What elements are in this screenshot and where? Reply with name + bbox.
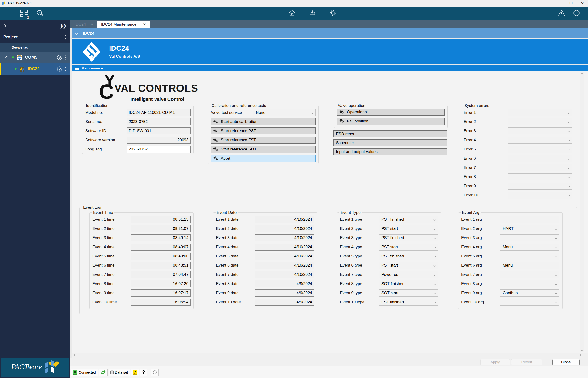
event-arg-dropdown[interactable]: HART — [500, 225, 560, 232]
device-collapse-band[interactable]: IDC24 — [72, 28, 588, 38]
event-type-dropdown[interactable]: FST finished — [379, 299, 438, 306]
project-menu-icon[interactable] — [66, 35, 67, 39]
error-dropdown[interactable] — [508, 137, 572, 144]
error-label: Error 9 — [464, 184, 508, 189]
minimize-button[interactable]: – — [554, 0, 565, 7]
event-type-dropdown[interactable]: SOT start — [379, 289, 438, 297]
event-arg-dropdown[interactable]: Confbus — [500, 289, 560, 297]
download-icon[interactable] — [309, 9, 316, 18]
event-type-dropdown[interactable]: PST start — [379, 225, 438, 232]
start-reference-sot-button[interactable]: Start reference SOT — [211, 146, 316, 153]
event-arg-dropdown[interactable] — [500, 299, 560, 306]
fail-position-button[interactable]: Fail position — [337, 118, 445, 125]
edit-icon[interactable] — [56, 54, 63, 61]
sidebar-item-idc24[interactable]: IDC24 — [0, 63, 70, 75]
system-error-row: Error 4 — [464, 137, 572, 144]
tab-idc24-maintenance[interactable]: IDC24 Maintenance ✕ — [97, 21, 150, 28]
vertical-scrollbar[interactable] — [580, 72, 585, 352]
search-icon[interactable] — [37, 10, 44, 17]
close-button[interactable]: Close — [552, 359, 579, 365]
event-arg-dropdown[interactable] — [500, 253, 560, 260]
event-time-field: 16:07:20 — [131, 280, 191, 287]
project-sidebar: ❯❯ Project Device tag COM5 — [0, 20, 70, 378]
error-dropdown[interactable] — [508, 183, 572, 189]
error-dropdown[interactable] — [508, 146, 572, 153]
scroll-left-icon[interactable] — [74, 354, 76, 356]
revert-button[interactable]: Revert — [511, 359, 542, 365]
event-type-dropdown[interactable]: PST finished — [379, 234, 438, 241]
collapse-panel-icon[interactable]: ❯❯ — [59, 23, 66, 28]
status-divider — [149, 369, 149, 376]
restore-button[interactable]: ❐ — [565, 0, 577, 7]
event-type-dropdown[interactable]: SOT finished — [379, 280, 438, 287]
connection-status[interactable]: Connected — [71, 369, 98, 376]
start-auto-calibration-button[interactable]: Start auto calibration — [211, 118, 316, 125]
abort-button[interactable]: Abort — [211, 155, 316, 162]
event-time-row: Event 7 time 07:04:47 — [92, 271, 191, 278]
maintenance-band[interactable]: Maintenance — [72, 65, 588, 71]
scroll-down-icon[interactable] — [581, 349, 583, 351]
dropdown-value: Power up — [381, 272, 398, 277]
settings-gear-icon[interactable] — [329, 9, 337, 18]
main-toolbar: 2 — [0, 7, 588, 20]
form-body: Y C VAL CONTROLS Intelligent Valve Contr… — [72, 71, 588, 353]
home-icon[interactable] — [288, 9, 296, 18]
event-time-row: Event 3 time 08:49:14 — [92, 234, 191, 241]
esd-reset-button[interactable]: ESD reset — [333, 131, 447, 137]
event-type-dropdown[interactable]: Power up — [379, 271, 438, 278]
close-window-button[interactable]: ✕ — [577, 0, 588, 7]
input-output-values-button[interactable]: Input and output values — [333, 148, 447, 155]
warning-icon[interactable] — [558, 9, 566, 18]
event-arg-dropdown[interactable]: Menu — [500, 262, 560, 269]
scroll-up-icon[interactable] — [581, 73, 583, 75]
operational-button[interactable]: Operational — [337, 108, 445, 116]
horizontal-scrollbar[interactable] — [72, 353, 588, 358]
collapse-node-icon[interactable] — [5, 56, 8, 59]
node-menu-icon[interactable] — [66, 55, 67, 60]
start-reference-fst-button[interactable]: Start reference FST — [211, 137, 316, 144]
error-dropdown[interactable] — [508, 164, 572, 171]
close-tab-icon[interactable]: ✕ — [143, 22, 146, 27]
event-label: Event 6 date — [216, 263, 255, 268]
edit-icon[interactable] — [56, 66, 63, 72]
event-type-dropdown[interactable]: PST finished — [379, 253, 438, 260]
error-dropdown[interactable] — [508, 118, 572, 125]
event-type-row: Event 10 type FST finished — [340, 299, 438, 306]
event-arg-dropdown[interactable] — [500, 280, 560, 287]
expand-panel-icon[interactable] — [3, 24, 6, 27]
error-dropdown[interactable] — [508, 155, 572, 162]
sync-status[interactable] — [99, 369, 108, 376]
sidebar-item-com5[interactable]: COM5 — [0, 52, 70, 63]
event-arg-dropdown[interactable] — [500, 216, 560, 223]
event-arg-dropdown[interactable]: Menu — [500, 243, 560, 251]
device-catalog-icon[interactable]: 2 — [20, 10, 27, 17]
error-dropdown[interactable] — [508, 127, 572, 135]
start-reference-pst-button[interactable]: Start reference PST — [211, 127, 316, 135]
error-dropdown[interactable] — [508, 173, 572, 180]
scheduler-button[interactable]: Scheduler — [333, 139, 447, 146]
valve-test-service-dropdown[interactable]: None — [253, 109, 316, 116]
pactware-logo-mark — [44, 361, 58, 374]
help-icon[interactable]: ? — [573, 9, 580, 18]
long-tag-input[interactable]: 2023-0752 — [126, 146, 191, 153]
compare-status[interactable]: ≠ — [131, 369, 139, 376]
close-tab-icon[interactable]: ✕ — [90, 22, 94, 27]
event-type-dropdown[interactable]: PST start — [379, 262, 438, 269]
gears-icon — [213, 129, 218, 133]
event-time-row: Event 1 time 08:51:15 — [92, 216, 191, 223]
event-label: Event 3 date — [216, 236, 255, 240]
event-arg-dropdown[interactable] — [500, 234, 560, 241]
event-arg-dropdown[interactable] — [500, 271, 560, 278]
scroll-right-icon[interactable] — [579, 354, 581, 356]
data-set-status[interactable]: Data set — [109, 369, 130, 376]
error-dropdown[interactable] — [508, 109, 572, 116]
event-type-dropdown[interactable]: PST start — [379, 243, 438, 251]
help-status[interactable]: ? — [140, 369, 147, 376]
event-type-dropdown[interactable]: PST finished — [379, 216, 438, 223]
chevron-down-icon — [555, 218, 557, 221]
not-equal-icon: ≠ — [133, 370, 137, 375]
tab-idc24[interactable]: IDC24 ✕ — [71, 21, 97, 28]
error-dropdown[interactable] — [508, 192, 572, 199]
apply-button[interactable]: Apply — [480, 359, 510, 365]
node-menu-icon[interactable] — [66, 67, 67, 71]
